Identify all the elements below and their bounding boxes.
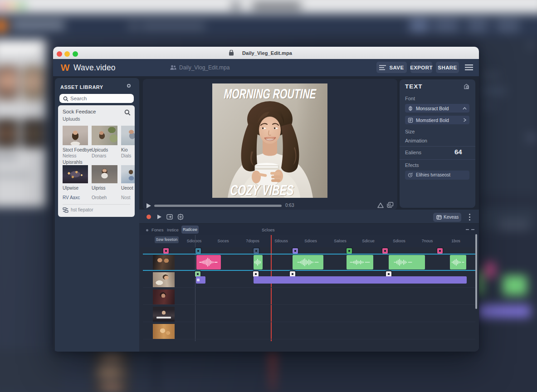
- svg-text:COZY VIBES: COZY VIBES: [230, 182, 294, 198]
- svg-text:MORNING ROUTINE: MORNING ROUTINE: [224, 86, 317, 101]
